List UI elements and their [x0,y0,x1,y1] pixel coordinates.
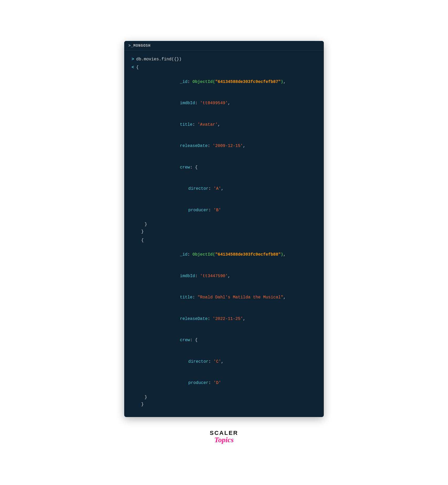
terminal-body: > db.movies.find({}) < { _id: ObjectId("… [124,51,324,417]
page-wrapper: >_MONGOSH > db.movies.find({}) < { _id: … [124,41,324,444]
title-line-1: title: 'Avatar', [136,114,316,136]
result-content: { _id: ObjectId("64134588de303fc9ecfefb8… [136,64,316,410]
command-text: db.movies.find({}) [136,56,182,63]
id-line-1: _id: ObjectId("64134588de303fc9ecfefb87"… [136,71,316,93]
prompt-arrow: > [132,56,134,63]
director-line-2: director: 'C', [136,351,316,373]
open-brace-1: { [136,64,316,71]
logo-scaler-text: SCALER [210,430,238,436]
crew-close-2: } [136,394,316,401]
result-arrow: < [132,64,134,410]
open-brace-2: { [136,237,316,244]
releasedate-line-2: releaseDate: '2022-11-25', [136,308,316,330]
terminal-titlebar: >_MONGOSH [124,41,324,51]
producer-line-2: producer: 'D' [136,372,316,394]
crew-open-1: crew: { [136,157,316,178]
close-brace-2: } [136,401,316,408]
producer-line-1: producer: 'B' [136,200,316,221]
logo-topics-text: Topics [214,436,234,444]
title-line-2: title: "Roald Dahl's Matilda the Musical… [136,287,316,308]
crew-close-1: } [136,221,316,228]
terminal-title: >_MONGOSH [128,44,151,48]
releasedate-line-1: releaseDate: '2009-12-15', [136,135,316,157]
close-brace-1: } [136,228,316,235]
terminal-window: >_MONGOSH > db.movies.find({}) < { _id: … [124,41,324,417]
director-line-1: director: 'A', [136,178,316,200]
result-line: < { _id: ObjectId("64134588de303fc9ecfef… [132,64,316,410]
record-1: { _id: ObjectId("64134588de303fc9ecfefb8… [136,64,316,235]
command-line: > db.movies.find({}) [132,56,316,63]
imdbid-line-1: imdbId: 'tt0499549', [136,93,316,114]
logo-container: SCALER Topics [210,430,238,444]
imdbid-line-2: imdbId: 'tt3447590', [136,265,316,287]
crew-open-2: crew: { [136,330,316,351]
id-line-2: _id: ObjectId("64134588de303fc9ecfefb88"… [136,244,316,266]
record-2: { _id: ObjectId("64134588de303fc9ecfefb8… [136,237,316,408]
